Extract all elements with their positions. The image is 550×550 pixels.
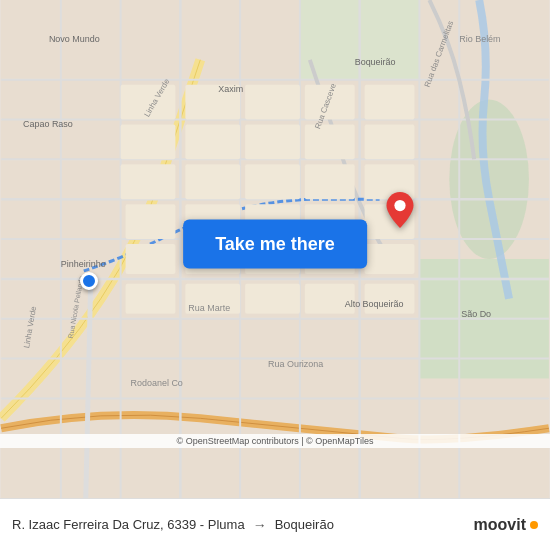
svg-rect-31 (245, 164, 300, 199)
take-me-there-button[interactable]: Take me there (183, 220, 367, 269)
app: Novo Mundo Capao Raso Xaxim Boqueirão Pi… (0, 0, 550, 550)
origin-marker (80, 272, 98, 290)
svg-rect-41 (126, 244, 176, 274)
svg-point-68 (394, 200, 405, 211)
route-destination: Boqueirão (275, 517, 334, 532)
svg-text:Rua Ourizona: Rua Ourizona (268, 359, 323, 369)
svg-rect-25 (245, 85, 300, 120)
svg-rect-32 (305, 164, 355, 199)
svg-rect-30 (185, 164, 240, 199)
route-origin: R. Izaac Ferreira Da Cruz, 6339 - Pluma (12, 517, 245, 532)
svg-text:Pinheirinho: Pinheirinho (61, 259, 106, 269)
svg-text:Rodoanel Co: Rodoanel Co (131, 378, 183, 388)
svg-rect-48 (245, 284, 300, 314)
svg-text:Alto Boqueirão: Alto Boqueirão (345, 299, 404, 309)
svg-text:São Do: São Do (461, 309, 491, 319)
svg-rect-45 (365, 244, 415, 274)
svg-text:Boqueirão: Boqueirão (355, 57, 396, 67)
svg-rect-23 (121, 125, 176, 160)
svg-text:Rio Belém: Rio Belém (459, 34, 500, 44)
moovit-logo: moovit (474, 516, 538, 534)
map-attribution: © OpenStreetMap contributors | © OpenMap… (0, 434, 550, 448)
bottom-bar: R. Izaac Ferreira Da Cruz, 6339 - Pluma … (0, 498, 550, 550)
destination-marker (386, 192, 414, 232)
svg-rect-26 (245, 125, 300, 160)
route-arrow: → (253, 517, 267, 533)
moovit-dot-icon (530, 521, 538, 529)
map-container: Novo Mundo Capao Raso Xaxim Boqueirão Pi… (0, 0, 550, 498)
svg-rect-37 (365, 85, 415, 120)
svg-rect-38 (365, 125, 415, 160)
svg-rect-46 (126, 284, 176, 314)
svg-rect-28 (305, 125, 355, 160)
svg-rect-24 (185, 125, 240, 160)
svg-rect-29 (121, 164, 176, 199)
svg-text:Xaxim: Xaxim (218, 84, 243, 94)
svg-text:Capao Raso: Capao Raso (23, 119, 73, 129)
moovit-brand-text: moovit (474, 516, 526, 534)
svg-text:Rua Marte: Rua Marte (188, 303, 230, 313)
svg-rect-33 (126, 204, 176, 239)
svg-text:Novo Mundo: Novo Mundo (49, 34, 100, 44)
